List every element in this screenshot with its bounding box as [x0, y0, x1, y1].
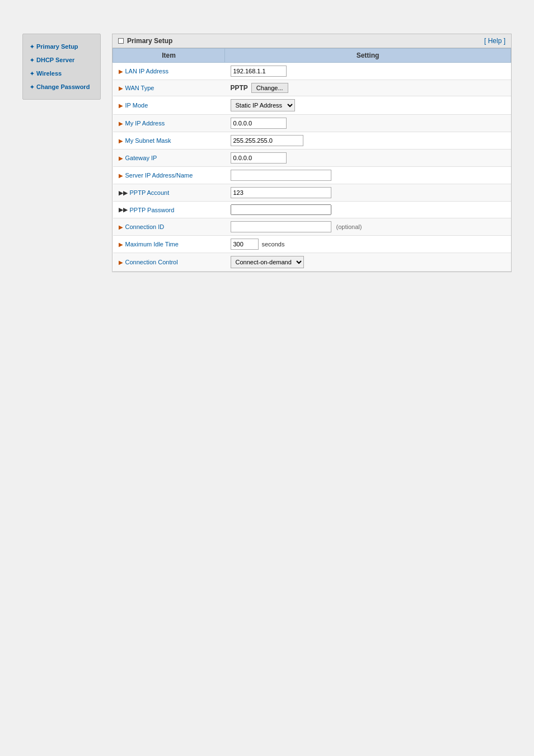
arrow-icon: ▶: [119, 155, 123, 161]
ip-mode-label[interactable]: ▶ IP Mode: [119, 102, 219, 109]
idle-unit: seconds: [262, 241, 285, 248]
sidebar-item-wireless[interactable]: ✦ Wireless: [23, 67, 100, 80]
server-ip-input[interactable]: [231, 170, 331, 181]
bullet-icon: ✦: [30, 44, 34, 50]
table-row: ▶ Gateway IP: [113, 150, 511, 167]
gateway-ip-label[interactable]: ▶ Gateway IP: [119, 155, 219, 161]
idle-row: seconds: [231, 239, 505, 250]
change-button[interactable]: Change...: [251, 83, 288, 93]
ip-mode-select[interactable]: Static IP Address Dynamic IP PPPoE: [231, 99, 295, 111]
subnet-mask-input[interactable]: [231, 135, 303, 146]
max-idle-label[interactable]: ▶ Maximum Idle Time: [119, 241, 219, 248]
pptp-account-label[interactable]: ▶▶ PPTP Account: [119, 189, 219, 196]
table-row: ▶ My IP Address: [113, 115, 511, 132]
pptp-password-input[interactable]: [231, 204, 331, 215]
table-row: ▶ Maximum Idle Time seconds: [113, 236, 511, 253]
wan-type-label[interactable]: ▶ WAN Type: [119, 85, 219, 91]
table-row: ▶ IP Mode Static IP Address Dynamic IP P…: [113, 96, 511, 115]
table-row: ▶ Server IP Address/Name: [113, 167, 511, 184]
arrow-icon: ▶▶: [119, 190, 128, 196]
connection-id-input[interactable]: [231, 221, 331, 232]
gateway-ip-input[interactable]: [231, 152, 287, 164]
panel-icon: [118, 38, 124, 44]
bullet-icon: ✦: [30, 71, 34, 77]
my-ip-label[interactable]: ▶ My IP Address: [119, 120, 219, 127]
table-row: ▶▶ PPTP Password: [113, 202, 511, 218]
bullet-icon: ✦: [30, 84, 34, 90]
optional-label: (optional): [336, 223, 362, 230]
table-row: ▶ LAN IP Address: [113, 63, 511, 80]
help-link[interactable]: [ Help ]: [484, 37, 505, 45]
arrow-icon: ▶: [119, 224, 123, 230]
panel-title: Primary Setup: [118, 37, 172, 45]
connection-control-select[interactable]: Connect-on-demand Always On Manual: [231, 256, 304, 268]
table-row: ▶ My Subnet Mask: [113, 132, 511, 150]
wan-type-value: PPTP: [231, 84, 248, 92]
arrow-icon: ▶: [119, 259, 123, 265]
arrow-icon: ▶▶: [119, 207, 128, 213]
pptp-password-label[interactable]: ▶▶ PPTP Password: [119, 207, 219, 213]
table-row: ▶ Connection ID (optional): [113, 218, 511, 236]
sidebar-item-dhcp-server[interactable]: ✦ DHCP Server: [23, 53, 100, 67]
connection-control-label[interactable]: ▶ Connection Control: [119, 259, 219, 265]
my-ip-input[interactable]: [231, 118, 287, 129]
bullet-icon: ✦: [30, 57, 34, 63]
pptp-account-input[interactable]: [231, 187, 331, 198]
panel-header: Primary Setup [ Help ]: [113, 34, 511, 48]
arrow-icon: ▶: [119, 102, 123, 109]
wan-type-row: PPTP Change...: [231, 83, 505, 93]
server-ip-label[interactable]: ▶ Server IP Address/Name: [119, 172, 219, 179]
arrow-icon: ▶: [119, 120, 123, 127]
sidebar-item-change-password[interactable]: ✦ Change Password: [23, 80, 100, 94]
arrow-icon: ▶: [119, 138, 123, 144]
table-row: ▶▶ PPTP Account: [113, 184, 511, 202]
sidebar-item-primary-setup[interactable]: ✦ Primary Setup: [23, 40, 100, 53]
sidebar: ✦ Primary Setup ✦ DHCP Server ✦ Wireless…: [22, 34, 101, 100]
subnet-mask-label[interactable]: ▶ My Subnet Mask: [119, 137, 219, 144]
lan-ip-input[interactable]: [231, 66, 287, 77]
lan-ip-label[interactable]: ▶ LAN IP Address: [119, 68, 219, 74]
settings-table: Item Setting ▶ LAN IP Address: [113, 48, 511, 272]
main-content: Primary Setup [ Help ] Item Setting: [112, 34, 512, 722]
col-item: Item: [113, 49, 225, 63]
connection-id-label[interactable]: ▶ Connection ID: [119, 223, 219, 230]
arrow-icon: ▶: [119, 172, 123, 179]
idle-time-input[interactable]: [231, 239, 259, 250]
settings-panel: Primary Setup [ Help ] Item Setting: [112, 34, 512, 272]
col-setting: Setting: [225, 49, 511, 63]
arrow-icon: ▶: [119, 85, 123, 91]
table-row: ▶ Connection Control Connect-on-demand A…: [113, 253, 511, 272]
arrow-icon: ▶: [119, 68, 123, 74]
arrow-icon: ▶: [119, 241, 123, 248]
table-row: ▶ WAN Type PPTP Change...: [113, 80, 511, 96]
